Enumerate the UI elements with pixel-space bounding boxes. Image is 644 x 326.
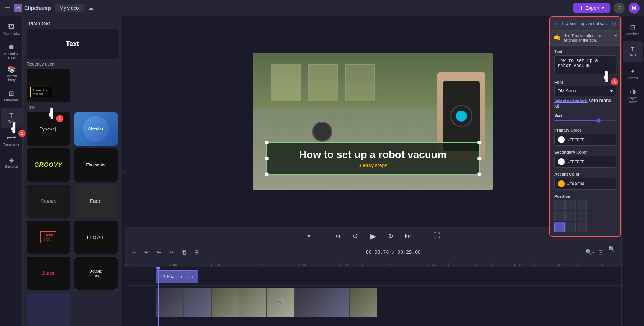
ruler-mark-12: |0:21 [384,263,405,267]
export-chevron-icon: ▾ [602,5,604,11]
tpp-font-select[interactable]: DM Sans ▾ [554,86,616,96]
template-groovy[interactable]: GROOVY [27,148,70,182]
pos-top-right[interactable] [577,200,587,210]
ruler-mark-3 [190,263,211,267]
templates-panel-header: Plain text [23,16,122,29]
rewind-button[interactable]: ↺ [349,230,361,242]
tidal-label: TIDAL [86,235,105,240]
timeline-cursor-tool[interactable]: ✛ [129,248,139,257]
upload-fonts-link[interactable]: Upload custom fonts [554,99,588,103]
magic-wand-button[interactable]: ✦ [303,230,315,242]
pos-mid-left[interactable] [554,211,565,221]
playhead[interactable] [158,267,159,326]
corner-handle-tr[interactable] [477,141,481,144]
zoom-fit-button[interactable]: ⊡ [596,248,606,257]
ruler-mark-0: |0 [125,263,147,267]
export-button[interactable]: ⬆ Export ▾ [573,3,610,13]
fullscreen-button[interactable]: ⛶ [431,230,443,242]
zoom-out-button[interactable]: 🔍- [585,248,595,257]
ruler-mark-20: |0:33 [556,263,577,267]
sidebar-item-effects[interactable]: ✦ Effects [623,63,643,84]
template-tidal[interactable]: TIDAL [74,221,118,254]
template-clean-title[interactable]: CleanTitle [27,221,70,254]
help-button[interactable]: ? [614,3,625,14]
sidebar-item-your-media[interactable]: 🖼 Your media [1,19,22,40]
pos-mid-right[interactable] [577,211,587,221]
play-button[interactable]: ▶ [367,230,379,242]
side-handle-right[interactable] [477,157,481,160]
accent-color-value: #FAAF04 [567,182,584,186]
sidebar-item-captions[interactable]: ⊡ Captions [623,19,643,40]
video-thumbnail-strip: 🔊 [156,288,377,317]
tpp-text-input[interactable]: How to set up a robot vacuum [554,55,616,74]
sidebar-label-record: Record &create [4,52,18,60]
text-overlay[interactable]: How to set up a robot vacuum 3 easy step… [266,142,480,175]
sidebar-item-transitions[interactable]: ⟷ Transitions [1,130,22,150]
sidebar-item-text-right[interactable]: T Text [623,41,643,62]
ruler-mark-21 [577,263,599,267]
template-fireworks[interactable]: Fireworks [74,148,118,182]
tpp-size-slider[interactable] [554,120,616,121]
glitch-label: Blitch [42,270,54,276]
tpp-title-text: How to set up a robot vacuum 3... [561,21,609,26]
sidebar-item-brand-kit[interactable]: ◈ Brand kit [1,152,22,172]
pos-top-left[interactable] [554,200,565,210]
template-circular[interactable]: Circular [74,112,118,146]
primary-color-swatch [558,136,565,143]
tpp-secondary-color-button[interactable]: #FFFFFF [554,156,616,168]
lower-third-inner: Lower third moonist [30,87,52,97]
font-value: DM Sans [558,88,576,94]
template-lower-third[interactable]: Lower third moonist [27,69,70,102]
ruler-mark-19 [534,263,556,267]
hamburger-menu[interactable]: ☰ [4,4,10,12]
template-extra[interactable] [27,293,70,326]
pos-bot-center[interactable] [565,222,576,232]
pos-bot-right[interactable] [577,222,587,232]
corner-handle-tl[interactable] [265,141,269,144]
corner-handle-br[interactable] [477,172,481,176]
sidebar-item-text[interactable]: T Text [1,108,22,128]
template-double-lines[interactable]: DoubleLines [74,257,118,290]
size-thumb [596,118,601,123]
video-title-tab[interactable]: My video [55,4,84,12]
timeline-undo[interactable]: ↩ [142,248,151,257]
template-typewriter[interactable]: Typewr| [27,112,70,146]
side-handle-left[interactable] [265,157,269,160]
skip-forward-button[interactable]: ⏭ [402,230,414,242]
timeline-scroll[interactable]: |0 |0:06 |0:09 |0:12 |0:15 |0:18 |0:21 [125,259,621,326]
template-smoke[interactable]: Smoke [27,185,70,218]
tpp-primary-color-button[interactable]: #FFFFFF [554,134,616,146]
pos-mid-center[interactable] [565,211,576,221]
template-plain-text[interactable]: Text [27,29,118,59]
sidebar-item-content-library[interactable]: 📚 Contentlibrary [1,63,22,84]
pos-top-center[interactable] [565,200,576,210]
zoom-in-button[interactable]: 🔍+ [607,248,617,257]
sidebar-item-adjust-colors[interactable]: ◑ Adjustcolors [623,85,643,106]
user-avatar[interactable]: M [629,3,640,14]
ruler-marks: |0 |0:06 |0:09 |0:12 |0:15 |0:18 |0:21 [125,263,620,267]
export-upload-icon: ⬆ [579,5,583,11]
timeline-cut[interactable]: ✂ [167,248,176,257]
template-glitch[interactable]: Blitch [27,257,70,290]
template-fade[interactable]: Fade [74,185,118,218]
timeline-add-media[interactable]: ⊞ [192,248,201,257]
timeline-delete[interactable]: 🗑 [179,248,189,257]
main-layout: 🖼 Your media ⏺ Record &create 📚 Contentl… [0,16,644,326]
pos-bot-left[interactable] [554,222,565,232]
plain-text-label: Text [66,40,79,48]
logo-text: Clipchamp [24,5,51,11]
forward-button[interactable]: ↻ [385,230,397,242]
tpp-title-icon: T [554,21,558,27]
corner-handle-bl[interactable] [265,172,269,176]
tpp-tooltip: 🤙 Use Text to adjust the settings of the… [550,31,620,46]
ruler-mark-2: |0:06 [169,263,190,267]
tpp-close-button[interactable]: ✕ [613,33,617,39]
text-clip[interactable]: ⏸ T How to set up a... [156,270,198,283]
sidebar-item-templates[interactable]: ⊞ Templates [1,85,22,106]
tpp-accent-color-button[interactable]: #FAAF04 [554,178,616,190]
skip-back-button[interactable]: ⏮ [332,230,343,242]
timeline-redo[interactable]: ↪ [154,248,164,257]
smoke-label: Smoke [40,198,56,204]
sidebar-item-record-create[interactable]: ⏺ Record &create [1,41,22,62]
video-canvas[interactable]: How to set up a robot vacuum 3 easy step… [253,53,493,190]
